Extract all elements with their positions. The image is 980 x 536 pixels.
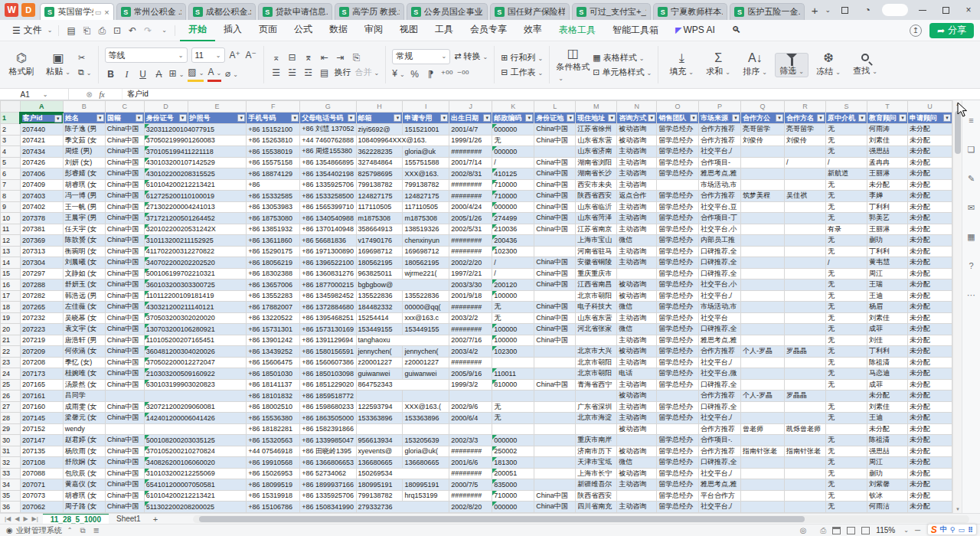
cell[interactable]: 雅思考点,雅 <box>699 479 741 491</box>
cell[interactable] <box>785 201 826 213</box>
currency-icon[interactable]: ¥⌄ <box>392 67 404 81</box>
column-header-S[interactable]: S <box>825 101 867 113</box>
cell[interactable]: +86 1971300890 <box>300 246 356 257</box>
maximize-button[interactable] <box>934 0 957 20</box>
cell[interactable]: 110011 <box>492 368 534 380</box>
cell[interactable]: 主动咨询 <box>617 168 657 180</box>
cell[interactable] <box>785 246 826 257</box>
cell[interactable]: 654101200007050581 <box>144 479 247 491</box>
cell[interactable]: 未分配 <box>907 379 952 391</box>
cell[interactable]: 799138782 <box>356 490 403 502</box>
filter-dropdown-icon[interactable]: ▾ <box>237 114 245 122</box>
cell[interactable]: 社交平台,/ <box>699 146 741 158</box>
cell[interactable]: China中国 <box>534 379 576 391</box>
cell[interactable]: China中国 <box>534 257 576 269</box>
cell[interactable]: +86 15538019 <box>247 146 300 158</box>
cell[interactable] <box>403 423 449 435</box>
cell[interactable]: 何雨涛 <box>867 124 907 136</box>
cell[interactable]: +86 15263810 <box>247 135 300 146</box>
cell[interactable]: 被动咨询 <box>617 290 657 302</box>
cell[interactable]: 2002/7/16 <box>449 335 492 346</box>
cell[interactable]: 北京市朝阳 <box>576 357 617 368</box>
filter-dropdown-icon[interactable]: ▾ <box>394 114 401 122</box>
cell[interactable]: 135522836 <box>403 290 449 302</box>
filter-dropdown-icon[interactable]: ▾ <box>348 114 355 122</box>
cell[interactable] <box>785 302 826 313</box>
cell[interactable]: 无 <box>825 502 867 513</box>
cell[interactable]: 370105199411221118 <box>144 146 247 158</box>
menu-开始[interactable]: 开始 <box>180 19 215 41</box>
cell[interactable]: 370502199901260083 <box>144 135 247 146</box>
cell[interactable]: 362228235 <box>356 146 403 158</box>
cell[interactable]: 成菲 <box>867 379 907 391</box>
cell[interactable] <box>785 457 826 469</box>
cell[interactable]: ######## <box>449 490 492 502</box>
cell[interactable]: 122593794 <box>356 401 403 413</box>
cell[interactable]: China中国 <box>105 157 144 168</box>
cell[interactable]: 2001/9/18 <box>449 290 492 302</box>
undo-icon[interactable]: ↶ <box>129 25 136 36</box>
cell[interactable]: 835000 <box>492 479 534 491</box>
readmode-icon[interactable]: ⎙ <box>820 526 826 535</box>
row-number[interactable]: 4 <box>1 146 21 158</box>
cell[interactable] <box>741 268 785 279</box>
cell[interactable]: z20001227 <box>403 357 449 368</box>
cell[interactable] <box>492 391 534 402</box>
cell[interactable]: 142401200006041426 <box>144 413 247 424</box>
cell[interactable] <box>534 391 576 402</box>
cell[interactable] <box>741 335 785 346</box>
cell[interactable]: 唐浩轩 (男 <box>63 335 105 346</box>
cell[interactable]: China中国 <box>534 335 576 346</box>
bold-button[interactable]: B <box>105 68 117 80</box>
cell[interactable]: 799138782 <box>356 179 403 191</box>
cell[interactable]: +86 17882007 <box>247 302 300 313</box>
column-header-N[interactable]: N <box>617 101 657 113</box>
filter-dropdown-icon[interactable]: ▾ <box>54 115 62 123</box>
normal-view-icon[interactable] <box>832 527 841 534</box>
row-number[interactable]: 30 <box>1 435 21 446</box>
font-color-button[interactable]: A⌄ <box>207 66 221 82</box>
cell[interactable]: 155751588 <box>403 157 449 168</box>
cell[interactable] <box>617 490 657 502</box>
align-left-icon[interactable]: ☰ <box>270 67 283 79</box>
cell[interactable]: 207402 <box>20 201 63 213</box>
cell[interactable]: 124827175 <box>403 191 449 202</box>
cell[interactable]: 207108 <box>20 457 63 469</box>
cell[interactable]: China中国 <box>534 224 576 235</box>
row-number[interactable]: 31 <box>1 446 21 457</box>
cell[interactable]: 亮哥留学 <box>741 124 785 136</box>
cell[interactable]: 主动咨询 <box>617 357 657 368</box>
cell[interactable]: 李婵 <box>867 191 907 202</box>
cell[interactable]: 410125 <box>492 168 534 180</box>
cell[interactable]: 刘妍 (女) <box>63 157 105 168</box>
cell[interactable]: 青海省西宁 <box>576 379 617 391</box>
cell[interactable] <box>785 290 826 302</box>
cell[interactable]: 207147 <box>20 435 63 446</box>
row-number[interactable]: 2 <box>1 124 21 136</box>
cell[interactable]: +86 1851229020 <box>300 379 356 391</box>
font-size-select[interactable]: 11⌄ <box>191 47 225 63</box>
first-sheet-icon[interactable]: |◀ <box>5 515 11 522</box>
column-header-K[interactable]: K <box>492 101 534 113</box>
cell[interactable]: China中国 <box>105 479 144 491</box>
header-cell[interactable]: 申请顾问▾ <box>907 113 952 124</box>
cell[interactable]: 000000 <box>492 124 534 136</box>
row-number[interactable]: 14 <box>1 257 21 269</box>
cell[interactable]: +86 1366806653 <box>300 457 356 469</box>
cell[interactable]: 150269534 <box>356 468 449 479</box>
cell[interactable]: 山东省东营 <box>576 135 617 146</box>
cell[interactable] <box>741 213 785 224</box>
cell[interactable]: 207232 <box>20 312 63 324</box>
cell[interactable]: 周江 <box>867 457 907 469</box>
cell[interactable]: 留学总经办 <box>657 235 699 247</box>
last-sheet-icon[interactable]: ▶| <box>32 515 38 522</box>
cell[interactable]: 无 <box>492 135 534 146</box>
sum-button[interactable]: Σ求和⌄ <box>701 52 735 77</box>
cell[interactable]: +86 13901242 <box>247 335 300 346</box>
cell[interactable]: 留学总经办 <box>657 213 699 224</box>
cell[interactable]: 陕西省西安 <box>576 191 617 202</box>
number-format-select[interactable]: 常规⌄ <box>392 49 450 64</box>
cell[interactable]: 文静如 (女 <box>63 268 105 279</box>
cell[interactable]: 吕同学 <box>63 391 105 402</box>
cell[interactable]: +86 1582391866 <box>300 423 356 435</box>
